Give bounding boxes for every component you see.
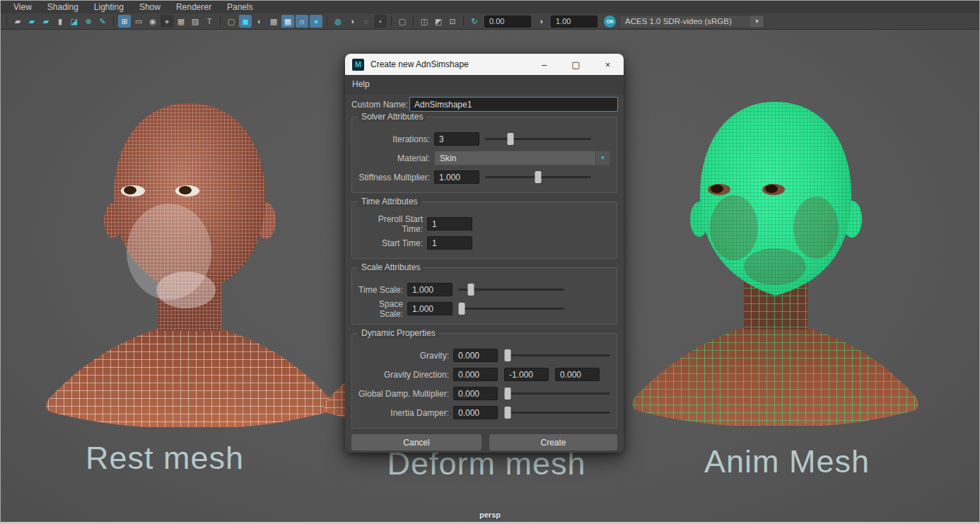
stiffness-multiplier-slider[interactable] [485, 171, 591, 183]
snap-camera-icon[interactable]: ▰ [11, 15, 24, 28]
create-adnsimshape-dialog: M Create new AdnSimshape – ▢ × Help Cust… [345, 54, 624, 453]
checker-texture-icon[interactable]: ▦ [281, 15, 294, 28]
gravity-direction-y-input[interactable] [504, 368, 549, 381]
bookmark-icon[interactable]: ▮ [54, 15, 66, 28]
menu-lighting[interactable]: Lighting [86, 2, 132, 12]
space-scale-slider[interactable] [458, 303, 564, 315]
default-material-icon[interactable]: ◍ [332, 15, 344, 28]
pan-zoom-icon[interactable]: ⊕ [82, 15, 95, 28]
close-button[interactable]: × [592, 54, 624, 75]
space-scale-input[interactable] [407, 302, 453, 315]
iterations-slider[interactable] [485, 133, 591, 145]
material-value: Skin [435, 153, 456, 163]
custom-name-label: Custom Name: [351, 100, 409, 110]
resolution-gate-icon[interactable]: ◉ [146, 15, 159, 28]
slider-handle[interactable] [504, 407, 511, 419]
global-damp-multiplier-slider[interactable] [504, 388, 610, 400]
slider-handle[interactable] [508, 133, 514, 145]
menu-show[interactable]: Show [132, 2, 168, 12]
create-button[interactable]: Create [489, 434, 617, 450]
custom-name-input[interactable] [409, 97, 618, 112]
isolate-select-icon[interactable]: ◫ [418, 15, 431, 28]
gravity-input[interactable] [453, 349, 498, 362]
dynamic-properties-group: Dynamic Properties Gravity: Gravity Dire… [351, 333, 617, 429]
viewport[interactable]: Rest mesh Deform mesh Anim Mesh persp M … [0, 30, 980, 524]
menu-view[interactable]: View [6, 2, 40, 12]
object-selection-icon[interactable]: ▢ [396, 15, 409, 28]
contrast-icon[interactable]: ◑ [535, 15, 547, 28]
use-all-lights-icon[interactable]: ☼ [296, 15, 308, 28]
maya-logo-icon: M [352, 59, 364, 71]
iterations-label: Iterations: [356, 134, 430, 144]
rest-mesh-label: Rest mesh [86, 440, 244, 477]
start-time-input[interactable] [427, 236, 472, 250]
menu-panels[interactable]: Panels [219, 2, 261, 12]
image-plane-icon[interactable]: ◪ [68, 15, 81, 28]
scale-attributes-title: Scale Attributes [358, 262, 424, 272]
separator[interactable] [327, 16, 327, 26]
time-scale-input[interactable] [407, 283, 453, 296]
slider-handle[interactable] [535, 171, 542, 183]
maximize-button[interactable]: ▢ [560, 54, 592, 75]
menu-renderer[interactable]: Renderer [168, 2, 219, 12]
gravity-direction-x-input[interactable] [453, 368, 498, 381]
exposure-icon[interactable]: ↻ [468, 15, 481, 28]
shaded-cube-icon[interactable]: ◼ [239, 15, 252, 28]
ambient-occlusion-icon[interactable]: ◌ [360, 15, 373, 28]
separator[interactable] [6, 16, 7, 26]
iterations-input[interactable] [434, 132, 479, 146]
global-damp-multiplier-input[interactable] [453, 387, 498, 400]
smooth-shade-sphere-icon[interactable]: ● [310, 15, 322, 28]
grid-icon[interactable]: ⊞ [118, 15, 131, 28]
stiffness-multiplier-input[interactable] [434, 170, 479, 184]
image-plane-display-icon[interactable]: ▨ [189, 15, 202, 28]
cancel-button[interactable]: Cancel [351, 434, 482, 450]
slider-track [458, 308, 564, 310]
zoom-region-icon[interactable]: ⊡ [446, 15, 459, 28]
slider-track [504, 354, 610, 356]
slider-handle[interactable] [458, 303, 465, 315]
hud-icon[interactable]: T [203, 15, 216, 28]
preroll-start-time-input[interactable] [427, 217, 472, 231]
rest-mesh[interactable] [40, 95, 337, 427]
slider-handle[interactable] [504, 388, 511, 400]
slider-handle[interactable] [468, 284, 474, 296]
material-dropdown[interactable]: Skin ▼ [434, 151, 610, 165]
slider-handle[interactable] [504, 349, 511, 361]
gate-mask-icon[interactable]: ● [161, 15, 173, 28]
grease-pencil-icon[interactable]: ✎ [96, 15, 109, 28]
separator[interactable] [220, 16, 221, 26]
separator[interactable] [413, 16, 414, 26]
menu-shading[interactable]: Shading [40, 2, 86, 12]
minimize-button[interactable]: – [528, 54, 560, 75]
film-gate-icon[interactable]: ▭ [132, 15, 145, 28]
textured-cube-icon[interactable]: ▩ [267, 15, 280, 28]
colorspace-dropdown[interactable]: ACES 1.0 SDR-video (sRGB) ▼ [619, 15, 764, 28]
gravity-direction-z-input[interactable] [555, 368, 600, 381]
separator[interactable] [391, 16, 392, 26]
anim-mesh[interactable] [626, 93, 923, 426]
separator[interactable] [463, 16, 464, 26]
wireframe-cube-icon[interactable]: ▢ [225, 15, 238, 28]
isolate-selected-icon[interactable]: ◩ [432, 15, 445, 28]
chevron-down-icon[interactable]: ▼ [595, 151, 609, 165]
wireframe-on-shaded-icon[interactable]: ◐ [253, 15, 266, 28]
dialog-titlebar[interactable]: M Create new AdnSimshape – ▢ × [345, 54, 624, 75]
exposure-field[interactable] [484, 16, 531, 28]
gamma-field[interactable] [551, 16, 597, 28]
time-scale-slider[interactable] [458, 284, 564, 296]
inertia-damper-input[interactable] [453, 406, 498, 419]
scale-attributes-group: Scale Attributes Time Scale: Space Scale… [351, 267, 617, 325]
camera-attributes-icon[interactable]: ▰ [40, 15, 52, 28]
separator[interactable] [113, 16, 114, 26]
shadows-icon[interactable]: ◑ [346, 15, 358, 28]
menu-help[interactable]: Help [345, 79, 370, 89]
anti-aliasing-icon[interactable]: ▪ [374, 15, 387, 28]
dynamic-properties-title: Dynamic Properties [358, 328, 439, 338]
color-management-toggle[interactable]: ON [604, 16, 616, 28]
field-chart-icon[interactable]: ▦ [175, 15, 187, 28]
lock-camera-icon[interactable]: ▰ [25, 15, 38, 28]
inertia-damper-slider[interactable] [504, 407, 610, 419]
slider-track [504, 412, 610, 414]
gravity-slider[interactable] [504, 349, 610, 361]
